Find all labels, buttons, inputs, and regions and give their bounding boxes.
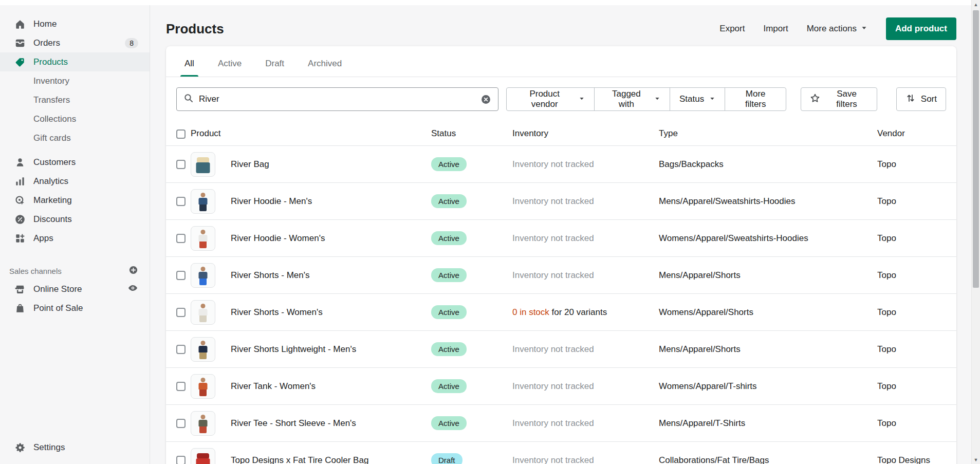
clear-search-button[interactable] — [480, 94, 491, 105]
select-all-checkbox[interactable] — [176, 129, 186, 139]
product-type: Mens/Apparel/Sweatshirts-Hoodies — [659, 183, 877, 220]
product-thumbnail — [191, 152, 215, 177]
sidebar-item-orders[interactable]: Orders 8 — [0, 33, 150, 52]
sidebar-item-customers[interactable]: Customers — [0, 153, 150, 172]
sidebar-item-point-of-sale[interactable]: Point of Sale — [0, 299, 150, 318]
product-table-body: River Bag Active Inventory not tracked B… — [166, 146, 956, 464]
view-store-eye-icon[interactable] — [127, 283, 138, 296]
product-name-link[interactable]: River Hoodie - Men's — [231, 196, 312, 206]
row-checkbox[interactable] — [176, 271, 186, 280]
product-vendor: Topo — [877, 183, 956, 220]
table-row[interactable]: River Shorts - Women's Active 0 in stock… — [166, 294, 956, 331]
table-row[interactable]: River Bag Active Inventory not tracked B… — [166, 146, 956, 183]
inventory-alert-text: 0 in stock — [512, 307, 549, 317]
status-badge: Active — [431, 231, 467, 245]
sort-button[interactable]: Sort — [896, 87, 946, 111]
sidebar-item-gift-cards[interactable]: Gift cards — [0, 128, 150, 147]
chevron-down-icon — [709, 94, 715, 104]
table-row[interactable]: River Tank - Women's Active Inventory no… — [166, 368, 956, 405]
product-vendor-filter-button[interactable]: Product vendor — [506, 87, 595, 111]
product-name-link[interactable]: Topo Designs x Fat Tire Cooler Bag — [231, 455, 368, 464]
sidebar-item-label: Gift cards — [33, 133, 71, 143]
status-badge: Active — [431, 194, 467, 208]
add-channel-button[interactable] — [128, 265, 138, 276]
row-checkbox[interactable] — [176, 345, 186, 354]
import-button[interactable]: Import — [763, 24, 788, 34]
product-vendor: Topo — [877, 294, 956, 331]
table-row[interactable]: River Shorts - Men's Active Inventory no… — [166, 257, 956, 294]
sidebar-item-label: Analytics — [33, 176, 68, 187]
column-header-product: Product — [191, 121, 431, 146]
sidebar-item-label: Online Store — [33, 284, 82, 294]
product-thumbnail — [191, 300, 215, 325]
orders-count-badge: 8 — [125, 38, 138, 48]
product-name-link[interactable]: River Bag — [231, 159, 269, 169]
product-name-link[interactable]: River Shorts - Women's — [231, 307, 323, 317]
product-name-link[interactable]: River Shorts - Men's — [231, 270, 309, 280]
sidebar-item-label: Customers — [33, 157, 76, 168]
sidebar-item-analytics[interactable]: Analytics — [0, 172, 150, 191]
row-checkbox[interactable] — [176, 456, 186, 464]
scrollbar-up-arrow[interactable]: ▲ — [972, 0, 980, 9]
tab-active[interactable]: Active — [209, 50, 251, 77]
search-input[interactable] — [199, 94, 475, 104]
product-vendor: Topo — [877, 331, 956, 368]
more-actions-button[interactable]: More actions — [807, 24, 867, 34]
sales-channels-header: Sales channels — [0, 262, 150, 280]
status-filter-button[interactable]: Status — [670, 87, 725, 111]
product-name-link[interactable]: River Tank - Women's — [231, 381, 316, 391]
row-checkbox[interactable] — [176, 234, 186, 243]
table-header-row: Product Status Inventory Type Vendor — [166, 121, 956, 146]
products-tag-icon — [14, 57, 26, 68]
sidebar-item-inventory[interactable]: Inventory — [0, 71, 150, 90]
tab-all[interactable]: All — [175, 50, 204, 77]
add-product-button[interactable]: Add product — [886, 17, 956, 40]
customers-icon — [14, 157, 26, 168]
sidebar: Home Orders 8 Products Inventory Transfe… — [0, 5, 150, 464]
table-row[interactable]: River Hoodie - Men's Active Inventory no… — [166, 183, 956, 220]
product-name-link[interactable]: River Hoodie - Women's — [231, 233, 325, 243]
scrollbar-down-arrow[interactable]: ▼ — [972, 455, 980, 464]
inventory-text: Inventory not tracked — [512, 233, 594, 243]
row-checkbox[interactable] — [176, 419, 186, 428]
sidebar-item-home[interactable]: Home — [0, 14, 150, 33]
product-name-link[interactable]: River Shorts Lightweight - Men's — [231, 344, 356, 354]
sidebar-item-label: Inventory — [33, 76, 69, 86]
status-badge: Draft — [431, 453, 463, 464]
tab-draft[interactable]: Draft — [256, 50, 293, 77]
row-checkbox[interactable] — [176, 308, 186, 317]
row-checkbox[interactable] — [176, 382, 186, 391]
sidebar-item-apps[interactable]: Apps — [0, 229, 150, 248]
sidebar-item-settings[interactable]: Settings — [0, 438, 150, 457]
product-vendor: Topo — [877, 146, 956, 183]
row-checkbox[interactable] — [176, 160, 186, 169]
table-row[interactable]: Topo Designs x Fat Tire Cooler Bag Draft… — [166, 442, 956, 464]
sidebar-item-collections[interactable]: Collections — [0, 109, 150, 128]
export-button[interactable]: Export — [719, 24, 745, 34]
inventory-text: for 20 variants — [549, 307, 607, 317]
tab-archived[interactable]: Archived — [299, 50, 351, 77]
sidebar-item-discounts[interactable]: Discounts — [0, 210, 150, 229]
search-icon — [183, 93, 194, 106]
sidebar-item-marketing[interactable]: Marketing — [0, 191, 150, 210]
row-checkbox[interactable] — [176, 197, 186, 206]
top-strip — [0, 0, 980, 5]
save-filters-button[interactable]: Save filters — [801, 87, 877, 111]
table-row[interactable]: River Shorts Lightweight - Men's Active … — [166, 331, 956, 368]
vertical-scrollbar[interactable]: ▲ ▼ — [971, 0, 980, 464]
column-header-vendor: Vendor — [877, 121, 956, 146]
sidebar-item-label: Discounts — [33, 214, 72, 225]
status-badge: Active — [431, 268, 467, 282]
chevron-down-icon — [579, 94, 585, 104]
scrollbar-thumb[interactable] — [973, 10, 979, 288]
analytics-icon — [14, 176, 26, 187]
product-name-link[interactable]: River Tee - Short Sleeve - Men's — [231, 418, 356, 428]
sidebar-item-online-store[interactable]: Online Store — [0, 280, 150, 299]
table-row[interactable]: River Hoodie - Women's Active Inventory … — [166, 220, 956, 257]
sidebar-item-products[interactable]: Products — [0, 52, 150, 71]
tagged-with-filter-button[interactable]: Tagged with — [594, 87, 670, 111]
table-row[interactable]: River Tee - Short Sleeve - Men's Active … — [166, 405, 956, 442]
more-filters-button[interactable]: More filters — [725, 87, 786, 111]
status-badge: Active — [431, 305, 467, 319]
sidebar-item-transfers[interactable]: Transfers — [0, 90, 150, 109]
